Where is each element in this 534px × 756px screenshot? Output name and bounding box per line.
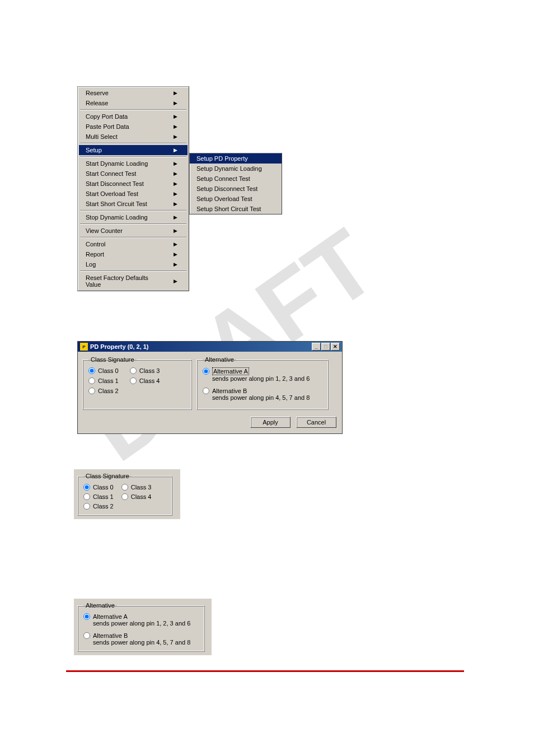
menu-item-stop-dynamic-loading[interactable]: Stop Dynamic Loading▶ [79, 212, 188, 222]
submenu-item-setup-connect-test[interactable]: Setup Connect Test [190, 174, 282, 184]
radio-class-0[interactable]: Class 0 [88, 367, 119, 374]
dialog-titlebar[interactable]: P PD Property (0, 2, 1) _ □ ✕ [78, 342, 342, 352]
submenu-arrow-icon: ▶ [174, 100, 177, 106]
submenu-arrow-icon: ▶ [174, 90, 177, 96]
menu-item-release[interactable]: Release▶ [79, 98, 188, 108]
context-menu[interactable]: Reserve▶ Release▶ Copy Port Data▶ Paste … [77, 86, 189, 291]
button-label: Cancel [307, 419, 326, 426]
radio-label: Class 4 [139, 377, 160, 384]
alternative-legend: Alternative [83, 602, 117, 609]
submenu-arrow-icon: ▶ [174, 262, 177, 267]
submenu-arrow-icon: ▶ [174, 114, 177, 119]
menu-separator [80, 237, 186, 238]
menu-label: Start Dynamic Loading [86, 160, 148, 167]
menu-item-view-counter[interactable]: View Counter▶ [79, 226, 188, 236]
close-button[interactable]: ✕ [331, 343, 340, 351]
alternative-legend: Alternative [203, 356, 236, 363]
alternative-a-description: sends power along pin 1, 2, 3 and 6 [212, 375, 322, 382]
setup-submenu[interactable]: Setup PD Property Setup Dynamic Loading … [189, 153, 282, 214]
menu-label: Copy Port Data [86, 113, 128, 120]
submenu-arrow-icon: ▶ [174, 181, 177, 186]
menu-item-setup[interactable]: Setup▶ [79, 145, 188, 155]
menu-item-reset-factory-defaults[interactable]: Reset Factory Defaults Value▶ [79, 273, 188, 290]
radio-class-3[interactable]: Class 3 [121, 484, 152, 491]
submenu-item-setup-overload-test[interactable]: Setup Overload Test [190, 194, 282, 204]
menu-label: Control [86, 241, 105, 248]
menu-item-control[interactable]: Control▶ [79, 239, 188, 249]
submenu-arrow-icon: ▶ [174, 124, 177, 129]
alternative-b-description: sends power along pin 4, 5, 7 and 8 [212, 394, 322, 401]
menu-item-start-disconnect-test[interactable]: Start Disconnect Test▶ [79, 179, 188, 189]
standalone-class-signature: Class Signature Class 0 Class 1 Class 2 … [74, 469, 180, 519]
submenu-arrow-icon: ▶ [174, 171, 177, 176]
submenu-label: Setup Short Circuit Test [196, 206, 261, 212]
radio-alternative-b[interactable]: Alternative B [203, 388, 322, 394]
radio-alternative-a[interactable]: Alternative A [203, 367, 322, 375]
menu-separator [80, 270, 186, 272]
menu-label: Paste Port Data [86, 123, 129, 130]
submenu-item-setup-dynamic-loading[interactable]: Setup Dynamic Loading [190, 164, 282, 174]
minimize-button[interactable]: _ [312, 343, 321, 351]
menu-item-paste-port-data[interactable]: Paste Port Data▶ [79, 122, 188, 132]
class-signature-legend: Class Signature [83, 473, 132, 479]
radio-alternative-b[interactable]: Alternative B [83, 632, 199, 639]
submenu-arrow-icon: ▶ [174, 241, 177, 247]
menu-item-report[interactable]: Report▶ [79, 249, 188, 259]
radio-class-1[interactable]: Class 1 [83, 493, 114, 500]
class-signature-legend: Class Signature [88, 356, 137, 363]
submenu-item-setup-disconnect-test[interactable]: Setup Disconnect Test [190, 184, 282, 194]
alternative-a-description: sends power along pin 1, 2, 3 and 6 [93, 620, 199, 627]
submenu-arrow-icon: ▶ [174, 201, 177, 207]
class-signature-group: Class Signature Class 0 Class 1 Class 2 … [82, 356, 192, 410]
menu-separator [80, 156, 186, 157]
menu-label: Start Disconnect Test [86, 180, 144, 187]
radio-class-1[interactable]: Class 1 [88, 377, 119, 384]
radio-label: Alternative B [93, 632, 128, 639]
app-icon: P [80, 343, 88, 351]
menu-label: Start Short Circuit Test [86, 200, 147, 207]
radio-label: Class 2 [93, 503, 114, 510]
alternative-group-standalone: Alternative Alternative A sends power al… [77, 602, 205, 652]
menu-label: Report [86, 251, 104, 258]
submenu-arrow-icon: ▶ [174, 147, 177, 153]
radio-class-0[interactable]: Class 0 [83, 484, 114, 491]
menu-item-log[interactable]: Log▶ [79, 259, 188, 269]
radio-label: Class 0 [98, 367, 119, 374]
radio-class-2[interactable]: Class 2 [83, 503, 114, 510]
cancel-button[interactable]: Cancel [296, 417, 336, 428]
radio-label: Class 4 [131, 493, 152, 500]
submenu-item-setup-short-circuit-test[interactable]: Setup Short Circuit Test [190, 204, 282, 214]
menu-item-start-short-circuit-test[interactable]: Start Short Circuit Test▶ [79, 199, 188, 209]
radio-class-4[interactable]: Class 4 [121, 493, 152, 500]
submenu-arrow-icon: ▶ [174, 161, 177, 166]
submenu-label: Setup PD Property [196, 155, 248, 162]
menu-item-multi-select[interactable]: Multi Select▶ [79, 132, 188, 142]
submenu-label: Setup Connect Test [196, 175, 250, 182]
radio-label: Alternative A [93, 613, 128, 620]
submenu-arrow-icon: ▶ [174, 191, 177, 197]
minimize-icon: _ [315, 344, 317, 349]
menu-item-start-connect-test[interactable]: Start Connect Test▶ [79, 169, 188, 179]
radio-label: Class 2 [98, 388, 119, 394]
radio-label: Class 0 [93, 484, 114, 491]
submenu-arrow-icon: ▶ [174, 214, 177, 220]
alternative-b-description: sends power along pin 4, 5, 7 and 8 [93, 639, 199, 646]
menu-item-start-overload-test[interactable]: Start Overload Test▶ [79, 189, 188, 199]
menu-label: Release [86, 100, 108, 106]
submenu-arrow-icon: ▶ [174, 134, 177, 139]
menu-item-reserve[interactable]: Reserve▶ [79, 88, 188, 98]
submenu-item-setup-pd-property[interactable]: Setup PD Property [190, 153, 282, 164]
menu-label: View Counter [86, 227, 123, 234]
menu-item-start-dynamic-loading[interactable]: Start Dynamic Loading▶ [79, 158, 188, 169]
radio-class-2[interactable]: Class 2 [88, 388, 119, 394]
menu-separator [80, 210, 186, 211]
maximize-button[interactable]: □ [321, 343, 330, 351]
menu-item-copy-port-data[interactable]: Copy Port Data▶ [79, 111, 188, 122]
menu-label: Log [86, 261, 96, 268]
radio-class-4[interactable]: Class 4 [130, 377, 160, 384]
button-label: Apply [263, 419, 278, 426]
radio-alternative-a[interactable]: Alternative A [83, 613, 199, 620]
radio-class-3[interactable]: Class 3 [130, 367, 160, 374]
apply-button[interactable]: Apply [250, 417, 291, 428]
menu-label: Setup [86, 147, 102, 153]
